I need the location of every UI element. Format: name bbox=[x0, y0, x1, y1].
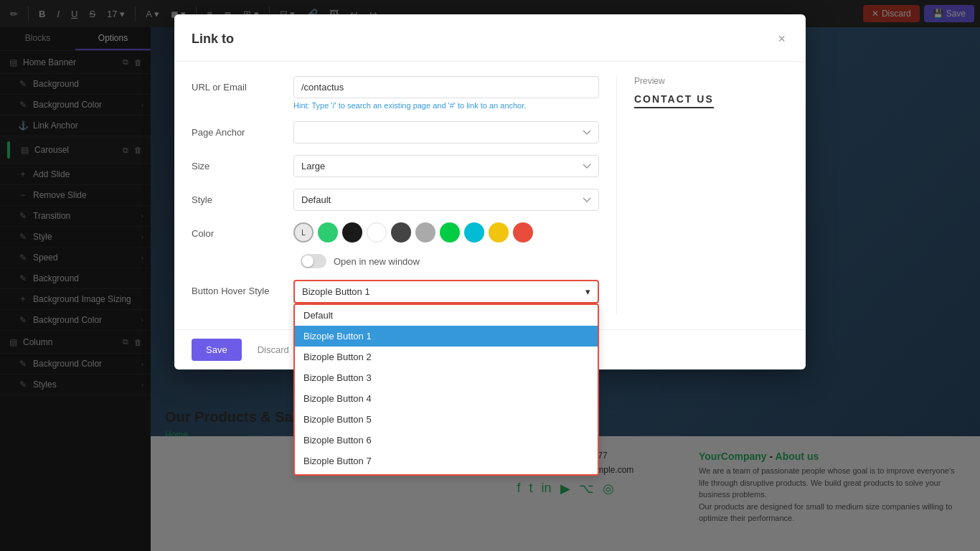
style-row: Style Default Primary Secondary bbox=[192, 189, 599, 211]
dropdown-item[interactable]: Bizople Button 6 bbox=[295, 430, 598, 451]
color-swatch-yellow[interactable] bbox=[489, 222, 509, 242]
modal-close-btn[interactable]: × bbox=[775, 29, 788, 50]
modal-discard-btn[interactable]: Discard bbox=[249, 339, 298, 361]
modal-overlay: Link to × URL or Email Hint: Type '/' to… bbox=[0, 0, 980, 551]
color-swatches: L bbox=[293, 222, 599, 242]
modal-title: Link to bbox=[192, 32, 234, 47]
size-select[interactable]: Large Medium Small bbox=[293, 155, 599, 177]
color-label: Color bbox=[192, 222, 285, 239]
dropdown-selected[interactable]: Bizople Button 1 ▾ bbox=[293, 280, 599, 303]
button-hover-style-row: Button Hover Style Bizople Button 1 ▾ De… bbox=[192, 280, 599, 303]
modal-body: URL or Email Hint: Type '/' to search an… bbox=[174, 62, 806, 329]
size-label: Size bbox=[192, 155, 285, 171]
preview-link: CONTACT US bbox=[634, 93, 714, 108]
dropdown-item[interactable]: Bizople Button 4 bbox=[295, 388, 598, 409]
chevron-down-icon: ▾ bbox=[585, 286, 590, 297]
page-anchor-row: Page Anchor bbox=[192, 121, 599, 143]
url-row: URL or Email Hint: Type '/' to search an… bbox=[192, 76, 599, 110]
dropdown-item[interactable]: Default bbox=[295, 305, 598, 326]
page-anchor-select[interactable] bbox=[293, 121, 599, 143]
toggle-knob bbox=[302, 255, 314, 267]
dropdown-item[interactable]: Bizople Button 2 bbox=[295, 347, 598, 367]
open-window-label: Open in new window bbox=[334, 256, 420, 267]
modal-right: Preview CONTACT US bbox=[616, 76, 788, 315]
url-input[interactable] bbox=[293, 76, 599, 98]
dropdown-item[interactable]: Bizople Button 7 bbox=[295, 451, 598, 471]
button-hover-style-label: Button Hover Style bbox=[192, 280, 285, 296]
dropdown-item[interactable]: Bizople Button 1 bbox=[295, 326, 598, 347]
link-to-modal: Link to × URL or Email Hint: Type '/' to… bbox=[174, 14, 806, 369]
color-swatch-gray[interactable] bbox=[415, 222, 435, 242]
color-swatch-teal[interactable] bbox=[464, 222, 484, 242]
dropdown-item[interactable]: Bizople Button 8 bbox=[295, 471, 598, 476]
open-window-row: Open in new window bbox=[192, 254, 599, 268]
color-row: Color L bbox=[192, 222, 599, 242]
color-swatch-red[interactable] bbox=[513, 222, 533, 242]
open-window-toggle[interactable] bbox=[301, 254, 326, 268]
button-hover-style-dropdown: Bizople Button 1 ▾ DefaultBizople Button… bbox=[293, 280, 599, 303]
url-label: URL or Email bbox=[192, 76, 285, 93]
color-swatch-bright-green[interactable] bbox=[440, 222, 460, 242]
dropdown-list: DefaultBizople Button 1Bizople Button 2B… bbox=[293, 303, 599, 476]
size-row: Size Large Medium Small bbox=[192, 155, 599, 177]
color-swatch-green[interactable] bbox=[318, 222, 338, 242]
color-swatch-white[interactable] bbox=[367, 222, 387, 242]
page-anchor-label: Page Anchor bbox=[192, 121, 285, 138]
style-select[interactable]: Default Primary Secondary bbox=[293, 189, 599, 211]
modal-save-btn[interactable]: Save bbox=[192, 339, 242, 361]
modal-header: Link to × bbox=[174, 14, 806, 62]
preview-label: Preview bbox=[634, 76, 788, 86]
url-hint: Hint: Type '/' to search an existing pag… bbox=[293, 101, 599, 110]
color-swatch-light[interactable]: L bbox=[293, 222, 314, 242]
style-label: Style bbox=[192, 189, 285, 205]
dropdown-item[interactable]: Bizople Button 3 bbox=[295, 367, 598, 388]
color-swatch-black[interactable] bbox=[342, 222, 362, 242]
color-swatch-dark-gray[interactable] bbox=[391, 222, 411, 242]
modal-left: URL or Email Hint: Type '/' to search an… bbox=[192, 76, 599, 315]
dropdown-item[interactable]: Bizople Button 5 bbox=[295, 409, 598, 430]
